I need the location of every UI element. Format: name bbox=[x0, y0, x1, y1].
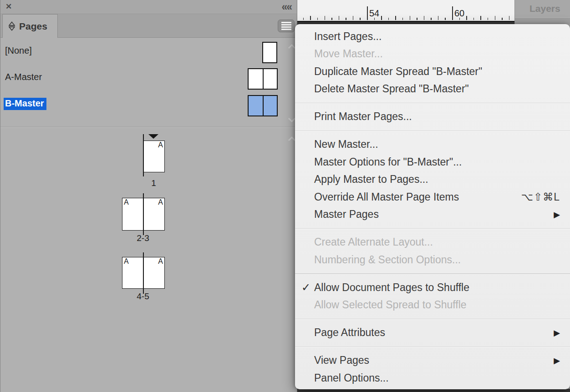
page-thumbnail[interactable]: A bbox=[143, 141, 165, 172]
master-name: [None] bbox=[5, 45, 32, 56]
menu-item-numbering-section-options: Numbering & Section Options... bbox=[295, 251, 570, 269]
menu-item-label: View Pages bbox=[314, 354, 369, 367]
menu-item-new-master[interactable]: New Master... bbox=[295, 136, 570, 154]
panel-tabstrip: Pages bbox=[0, 14, 297, 38]
menu-separator bbox=[295, 319, 570, 320]
ruler-tick bbox=[360, 18, 361, 20]
menu-item-move-master: Move Master... bbox=[295, 45, 570, 63]
master-row-a-master[interactable]: A-Master bbox=[0, 66, 297, 93]
page-thumbnail[interactable]: A bbox=[122, 198, 143, 231]
ruler-tick bbox=[459, 18, 460, 20]
panel-menu-button[interactable] bbox=[278, 20, 295, 32]
menu-item-label: Insert Pages... bbox=[314, 30, 382, 43]
menu-separator bbox=[295, 228, 570, 229]
master-prefix-label: A bbox=[124, 257, 129, 266]
checkmark-icon: ✓ bbox=[301, 281, 310, 294]
ruler-tick bbox=[331, 18, 332, 20]
panel-cycle-icon bbox=[9, 21, 15, 31]
master-thumbnail-spread[interactable] bbox=[248, 68, 278, 90]
ruler-tick bbox=[410, 16, 411, 20]
pages-panel-menu: Insert Pages...Move Master...Duplicate M… bbox=[295, 24, 570, 389]
menu-item-shortcut: ⌥⇧⌘L bbox=[521, 191, 560, 203]
menu-item-label: Master Options for "B-Master"... bbox=[314, 156, 462, 168]
page-thumbnail[interactable]: A bbox=[143, 198, 165, 231]
master-thumbnail-single[interactable] bbox=[262, 42, 277, 63]
ruler-tick bbox=[466, 16, 467, 20]
ruler-tick bbox=[346, 18, 346, 20]
ruler-tick bbox=[502, 18, 503, 20]
ruler-tick bbox=[388, 18, 389, 20]
menu-item-override-all-master-page-items[interactable]: Override All Master Page Items⌥⇧⌘L bbox=[295, 188, 570, 206]
ruler-tick bbox=[339, 16, 340, 20]
collapse-panel-icon[interactable]: «« bbox=[281, 1, 291, 13]
master-thumbnail-spread[interactable] bbox=[248, 95, 278, 116]
menu-item-label: Master Pages bbox=[314, 208, 379, 221]
ruler-tick bbox=[509, 16, 510, 20]
menu-item-create-alternate-layout: Create Alternate Layout... bbox=[295, 234, 570, 251]
ruler-tick bbox=[353, 16, 354, 20]
menu-separator bbox=[295, 273, 570, 274]
ruler-tick bbox=[473, 18, 474, 20]
master-prefix-label: A bbox=[158, 257, 163, 266]
master-row-b-master[interactable]: B-Master bbox=[0, 93, 297, 120]
menu-item-label: Move Master... bbox=[314, 48, 383, 60]
current-page-indicator bbox=[148, 134, 158, 139]
menu-item-view-pages[interactable]: View Pages▶ bbox=[295, 352, 570, 370]
menu-item-label: New Master... bbox=[314, 138, 378, 151]
spread-number-label: 4-5 bbox=[116, 291, 170, 302]
ruler-number: 60 bbox=[454, 8, 464, 19]
menu-item-label: Delete Master Spread "B-Master" bbox=[314, 83, 469, 95]
panel-menu-icon bbox=[281, 22, 291, 23]
ruler-tick bbox=[438, 16, 439, 20]
ruler-tick bbox=[452, 6, 453, 20]
spread-number-label: 1 bbox=[127, 178, 181, 188]
ruler-tick bbox=[381, 16, 382, 20]
menu-item-label: Allow Selected Spread to Shuffle bbox=[314, 299, 467, 311]
pages-panel: ✕ «« Pages [None]A-MasterB-Master A1AA2-… bbox=[0, 0, 297, 392]
master-prefix-label: A bbox=[124, 198, 129, 206]
page-thumbnail[interactable]: A bbox=[122, 257, 143, 289]
menu-item-panel-options[interactable]: Panel Options... bbox=[295, 369, 570, 387]
menu-item-label: Numbering & Section Options... bbox=[314, 254, 461, 266]
ruler-tick bbox=[424, 16, 425, 20]
app-root: 5460 Layers ✕ «« Pages [None]A-MasterB-M… bbox=[0, 0, 570, 392]
pages-tab-label: Pages bbox=[19, 21, 47, 32]
menu-item-allow-document-pages-to-shuffle[interactable]: ✓Allow Document Pages to Shuffle bbox=[295, 279, 570, 297]
menu-item-print-master-pages[interactable]: Print Master Pages... bbox=[295, 108, 570, 126]
menu-item-page-attributes[interactable]: Page Attributes▶ bbox=[295, 324, 570, 342]
layers-tab-label: Layers bbox=[529, 3, 560, 14]
tab-pages[interactable]: Pages bbox=[2, 14, 58, 38]
master-prefix-label: A bbox=[158, 198, 163, 206]
menu-item-master-pages[interactable]: Master Pages▶ bbox=[295, 206, 570, 224]
ruler-tick bbox=[495, 16, 496, 20]
menu-item-apply-master-to-pages[interactable]: Apply Master to Pages... bbox=[295, 171, 570, 189]
menu-item-label: Page Attributes bbox=[314, 327, 385, 339]
menu-item-label: Allow Document Pages to Shuffle bbox=[314, 281, 469, 294]
menu-item-delete-master-spread-b-master[interactable]: Delete Master Spread "B-Master" bbox=[295, 80, 570, 98]
close-icon[interactable]: ✕ bbox=[5, 2, 12, 11]
ruler-number: 54 bbox=[369, 8, 379, 19]
submenu-arrow-icon: ▶ bbox=[554, 210, 560, 220]
menu-item-label: Create Alternate Layout... bbox=[314, 236, 433, 248]
ruler-tick bbox=[431, 18, 432, 20]
menu-item-insert-pages[interactable]: Insert Pages... bbox=[295, 28, 570, 45]
tab-layers[interactable]: Layers bbox=[515, 0, 570, 17]
section-divider bbox=[0, 127, 297, 128]
panel-titlebar: ✕ «« bbox=[0, 0, 297, 14]
master-name: B-Master bbox=[4, 98, 46, 110]
menu-item-master-options-for-b-master[interactable]: Master Options for "B-Master"... bbox=[295, 153, 570, 171]
master-row-none[interactable]: [None] bbox=[0, 40, 297, 66]
menu-item-label: Apply Master to Pages... bbox=[314, 173, 428, 186]
menu-item-duplicate-master-spread-b-master[interactable]: Duplicate Master Spread "B-Master" bbox=[295, 63, 570, 80]
page-thumbnail[interactable]: A bbox=[143, 257, 165, 289]
ruler-tick bbox=[417, 18, 417, 20]
ruler-tick bbox=[303, 18, 304, 20]
ruler-tick bbox=[402, 18, 403, 20]
submenu-arrow-icon: ▶ bbox=[554, 328, 560, 338]
ruler-tick bbox=[310, 16, 311, 20]
ruler-tick bbox=[480, 16, 481, 20]
submenu-arrow-icon: ▶ bbox=[554, 356, 560, 366]
ruler-tick bbox=[367, 6, 368, 20]
menu-item-label: Override All Master Page Items bbox=[314, 191, 459, 203]
menu-item-allow-selected-spread-to-shuffle: Allow Selected Spread to Shuffle bbox=[295, 297, 570, 314]
